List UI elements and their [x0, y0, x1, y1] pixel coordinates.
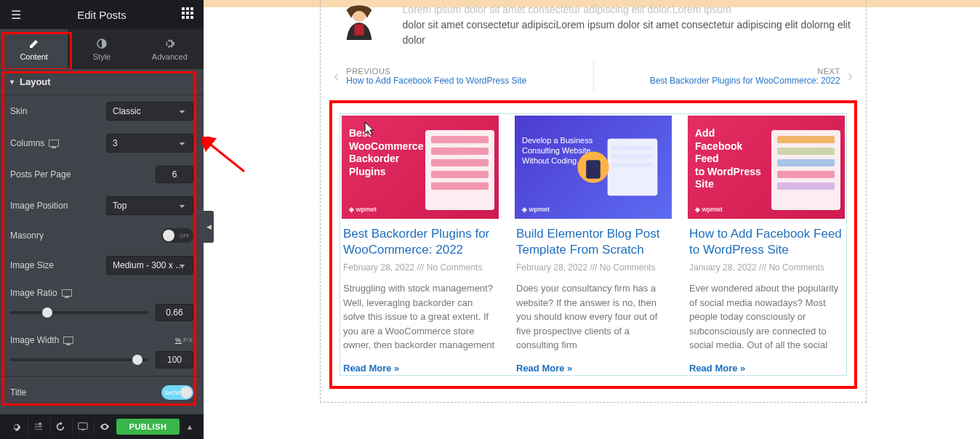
svg-rect-18	[612, 163, 654, 167]
imgsize-select[interactable]: Medium - 300 x 300	[106, 256, 193, 275]
post-thumbnail[interactable]: Best WooCommerce Backorder Plugins wpmet	[342, 116, 499, 219]
masonry-toggle[interactable]: OFF	[161, 228, 193, 243]
control-masonry: Masonry OFF	[0, 222, 204, 249]
svg-rect-20	[586, 160, 601, 179]
avatar	[329, 2, 390, 39]
sidebar-topbar: ☰ Edit Posts	[0, 0, 204, 29]
unit-switch[interactable]: % PX	[175, 337, 193, 344]
nav-next-label: NEXT	[650, 67, 840, 76]
publish-options-caret-icon[interactable]: ▴	[181, 422, 198, 432]
post-excerpt: Struggling with stock management? Well, …	[343, 281, 497, 353]
post-meta: February 28, 2022 /// No Comments	[343, 262, 497, 273]
post-card: Add Facebook Feed to WordPress Site wpme…	[688, 116, 845, 374]
annotation-highlight-posts: Best WooCommerce Backorder Plugins wpmet…	[329, 100, 857, 389]
preview-area: Lorem ipsum dolor sit amet consectetur a…	[320, 0, 867, 403]
svg-rect-16	[612, 146, 654, 150]
control-image-width-label-row: Image Width % PX	[0, 329, 204, 347]
post-title[interactable]: Build Elementor Blog Post Template From …	[516, 226, 670, 258]
post-meta: February 28, 2022 /// No Comments	[516, 262, 670, 273]
publish-button[interactable]: PUBLISH	[116, 419, 180, 435]
control-columns: Columns 3	[0, 127, 204, 159]
post-meta: January 28, 2022 /// No Comments	[689, 262, 843, 273]
svg-rect-8	[190, 16, 193, 19]
read-more-link[interactable]: Read More »	[516, 363, 670, 374]
control-image-size: Image Size Medium - 300 x 300	[0, 249, 204, 281]
post-excerpt: Ever wondered about the popularity of so…	[689, 281, 843, 353]
columns-select[interactable]: 3	[106, 134, 193, 153]
svg-rect-10	[78, 423, 87, 430]
control-skin: Skin Classic	[0, 95, 204, 127]
imgratio-input[interactable]	[156, 304, 193, 321]
posts-grid: Best WooCommerce Backorder Plugins wpmet…	[342, 116, 845, 374]
section-layout-header[interactable]: Layout	[0, 69, 204, 95]
svg-rect-6	[182, 16, 185, 19]
chevron-left-icon: ‹	[334, 67, 339, 86]
post-excerpt: Does your consultancy firm has a website…	[516, 281, 670, 353]
imgwidth-input[interactable]	[156, 351, 193, 368]
control-image-position: Image Position Top	[0, 190, 204, 222]
settings-icon[interactable]	[6, 418, 26, 435]
svg-line-12	[208, 142, 244, 172]
title-toggle[interactable]: SHOW	[161, 385, 193, 400]
panel-collapse-handle[interactable]: ◀	[204, 211, 214, 243]
editor-canvas: Lorem ipsum dolor sit amet consectetur a…	[204, 0, 980, 439]
responsive-icon[interactable]	[72, 418, 92, 435]
history-icon[interactable]	[50, 418, 71, 435]
skin-label: Skin	[10, 106, 106, 116]
responsive-desktop-icon[interactable]	[62, 289, 72, 297]
imgratio-slider[interactable]	[10, 311, 148, 314]
imgpos-label: Image Position	[10, 201, 106, 211]
nav-next[interactable]: NEXT Best Backorder Plugins for WooComme…	[593, 61, 858, 92]
ppp-input[interactable]	[156, 166, 193, 183]
imgratio-label: Image Ratio	[10, 288, 193, 298]
panel-body: Layout Skin Classic Columns 3	[0, 69, 204, 406]
responsive-desktop-icon[interactable]	[63, 337, 73, 344]
svg-rect-0	[182, 7, 185, 10]
post-title[interactable]: How to Add Facebook Feed to WordPress Si…	[689, 226, 843, 258]
tab-label: Advanced	[152, 52, 188, 61]
tab-label: Content	[20, 52, 48, 61]
control-image-ratio	[0, 299, 204, 329]
tab-advanced[interactable]: Advanced	[136, 29, 204, 69]
control-title: Title SHOW	[0, 376, 204, 406]
sidebar-footer: PUBLISH ▴	[0, 414, 204, 439]
revisions-icon[interactable]	[28, 418, 48, 435]
tab-style[interactable]: Style	[68, 29, 135, 69]
post-card: Best WooCommerce Backorder Plugins wpmet…	[342, 116, 499, 374]
post-thumbnail[interactable]: Develop a Business Consulting Website Wi…	[515, 116, 672, 219]
skin-select[interactable]: Classic	[106, 102, 193, 121]
responsive-desktop-icon[interactable]	[49, 140, 59, 147]
svg-rect-1	[186, 7, 189, 10]
section-title: Layout	[20, 76, 51, 87]
editor-sidebar: ☰ Edit Posts Content Style Advanced Layo…	[0, 0, 204, 439]
post-thumbnail[interactable]: Add Facebook Feed to WordPress Site wpme…	[688, 116, 845, 219]
panel-tabs: Content Style Advanced	[0, 29, 204, 69]
read-more-link[interactable]: Read More »	[689, 363, 843, 374]
section-wrapper[interactable]: Lorem ipsum dolor sit amet consectetur a…	[320, 0, 867, 403]
svg-rect-17	[612, 154, 654, 158]
apps-grid-icon[interactable]	[179, 7, 196, 22]
preview-icon[interactable]	[94, 418, 114, 435]
masonry-label: Masonry	[10, 230, 106, 241]
tab-content[interactable]: Content	[0, 29, 68, 69]
author-box: Lorem ipsum dolor sit amet consectetur a…	[329, 0, 857, 61]
svg-rect-7	[186, 16, 189, 19]
read-more-link[interactable]: Read More »	[343, 363, 497, 374]
nav-previous[interactable]: ‹ PREVIOUS How to Add Facebook Feed to W…	[329, 61, 593, 92]
svg-rect-4	[186, 12, 189, 15]
tab-label: Style	[93, 52, 111, 61]
control-image-ratio-label-row: Image Ratio	[0, 281, 204, 299]
imgpos-select[interactable]: Top	[106, 196, 193, 215]
nav-prev-label: PREVIOUS	[346, 67, 526, 76]
menu-icon[interactable]: ☰	[7, 8, 25, 22]
posts-widget[interactable]: Best WooCommerce Backorder Plugins wpmet…	[340, 113, 847, 376]
imgwidth-slider[interactable]	[10, 358, 148, 361]
ppp-label: Posts Per Page	[10, 169, 106, 180]
svg-rect-3	[182, 12, 185, 15]
post-title[interactable]: Best Backorder Plugins for WooCommerce: …	[343, 226, 497, 258]
imgwidth-label: Image Width	[10, 335, 175, 345]
nav-next-title: Best Backorder Plugins for WooCommerce: …	[650, 76, 840, 86]
svg-rect-14	[355, 24, 364, 35]
annotation-arrow	[202, 137, 253, 180]
chevron-right-icon: ›	[848, 67, 853, 86]
